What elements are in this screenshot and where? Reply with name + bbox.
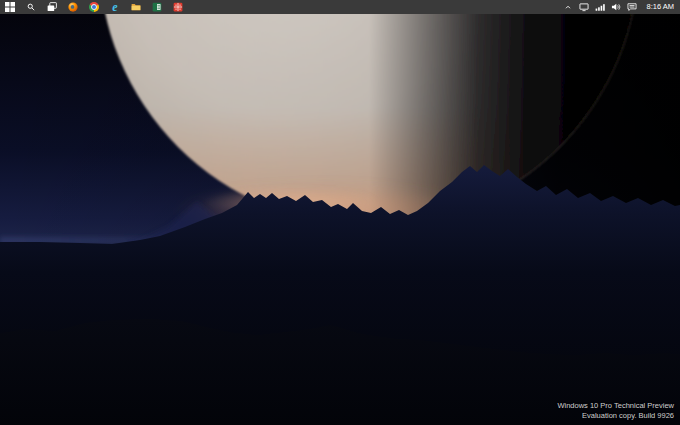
grid-app-button[interactable] (173, 2, 183, 12)
hidden-icons-chevron-icon (564, 3, 572, 11)
clock[interactable]: 8:16 AM (646, 0, 674, 14)
display-tray-button[interactable] (579, 2, 589, 12)
task-view-button[interactable] (47, 2, 57, 12)
volume-tray-button[interactable] (611, 2, 621, 12)
taskbar: e (0, 0, 680, 14)
network-signal-icon (595, 2, 605, 12)
start-button[interactable] (5, 2, 15, 12)
internet-explorer-button[interactable]: e (110, 2, 120, 12)
action-center-button[interactable] (627, 2, 637, 12)
folder-icon (131, 2, 141, 12)
firefox-icon (68, 2, 78, 12)
chrome-button[interactable] (89, 2, 99, 12)
task-view-icon (47, 2, 57, 12)
taskbar-app-buttons: e (0, 2, 183, 12)
file-explorer-button[interactable] (131, 2, 141, 12)
internet-explorer-icon: e (112, 2, 117, 12)
action-center-icon (627, 2, 637, 12)
excel-icon (152, 2, 162, 12)
chrome-icon (89, 2, 99, 12)
red-grid-app-icon (173, 2, 183, 12)
show-hidden-icons-button[interactable] (563, 2, 573, 12)
search-button[interactable] (26, 2, 36, 12)
display-icon (579, 2, 589, 12)
desktop-wallpaper[interactable] (0, 14, 680, 425)
search-icon (27, 3, 35, 11)
windows-start-icon (5, 2, 15, 12)
excel-button[interactable] (152, 2, 162, 12)
firefox-button[interactable] (68, 2, 78, 12)
system-tray: 8:16 AM (563, 0, 680, 14)
network-tray-button[interactable] (595, 2, 605, 12)
volume-icon (611, 2, 621, 12)
